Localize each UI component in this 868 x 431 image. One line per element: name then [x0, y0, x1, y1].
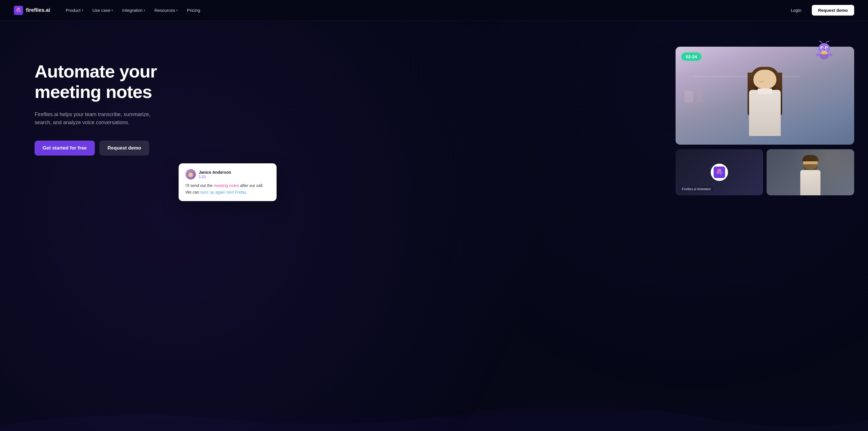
logo-link[interactable]: fireflies.ai [14, 6, 50, 15]
svg-point-8 [822, 48, 823, 49]
speaker-info: Janice Anderson 1:21 [199, 170, 231, 179]
chevron-down-icon: ▾ [176, 9, 178, 12]
get-started-button[interactable]: Get started for free [35, 141, 95, 156]
hero-section: Automate your meeting notes Fireflies.ai… [0, 21, 868, 431]
bottom-cards: Fireflies.ai Notetaker [676, 149, 854, 195]
participant-card [767, 149, 854, 195]
navbar: fireflies.ai Product ▾ Use case ▾ Integr… [0, 0, 868, 21]
svg-point-4 [828, 41, 829, 42]
timer-badge: 02:24 [681, 53, 702, 61]
transcript-highlight-meeting-notes: meeting notes [214, 183, 239, 188]
chevron-down-icon: ▾ [112, 9, 113, 12]
speaker-timestamp: 1:21 [199, 175, 231, 179]
svg-point-13 [821, 52, 828, 55]
chevron-down-icon: ▾ [82, 9, 83, 12]
logo-text: fireflies.ai [26, 7, 50, 13]
transcript-card: Janice Anderson 1:21 I'll send out the m… [179, 163, 277, 201]
notetaker-badge: Fireflies.ai Notetaker [679, 186, 714, 192]
hero-buttons: Get started for free Request demo [35, 141, 173, 156]
hero-subtitle: Fireflies.ai helps your team transcribe,… [35, 110, 156, 127]
request-demo-button[interactable]: Request demo [812, 5, 854, 16]
nav-integration[interactable]: Integration ▾ [118, 5, 149, 15]
hero-left: Automate your meeting notes Fireflies.ai… [35, 44, 173, 156]
transcript-text: I'll send out the meeting notes after ou… [186, 182, 270, 195]
login-button[interactable]: Login [785, 5, 807, 16]
chevron-down-icon: ▾ [144, 9, 145, 12]
logo-icon [14, 6, 23, 15]
hero-right: 02:24 Janice Anderson 1:21 I'll send out… [190, 44, 854, 195]
robot-mascot [814, 41, 837, 64]
notetaker-card: Fireflies.ai Notetaker [676, 149, 763, 195]
svg-point-9 [826, 48, 828, 49]
nav-resources[interactable]: Resources ▾ [150, 5, 182, 15]
speaker-avatar [186, 169, 196, 180]
nav-use-case[interactable]: Use case ▾ [88, 5, 117, 15]
transcript-highlight-sync: sync up again next Friday. [200, 190, 247, 194]
hero-title: Automate your meeting notes [35, 61, 173, 102]
fireflies-logo-circle [711, 164, 728, 181]
transcript-header: Janice Anderson 1:21 [186, 169, 270, 180]
nav-pricing[interactable]: Pricing [183, 5, 204, 15]
speaker-name: Janice Anderson [199, 170, 231, 175]
request-demo-hero-button[interactable]: Request demo [99, 141, 149, 156]
nav-product[interactable]: Product ▾ [62, 5, 87, 15]
navbar-right: Login Request demo [785, 5, 854, 16]
nav-links: Product ▾ Use case ▾ Integration ▾ Resou… [62, 5, 204, 15]
navbar-left: fireflies.ai Product ▾ Use case ▾ Integr… [14, 5, 204, 15]
